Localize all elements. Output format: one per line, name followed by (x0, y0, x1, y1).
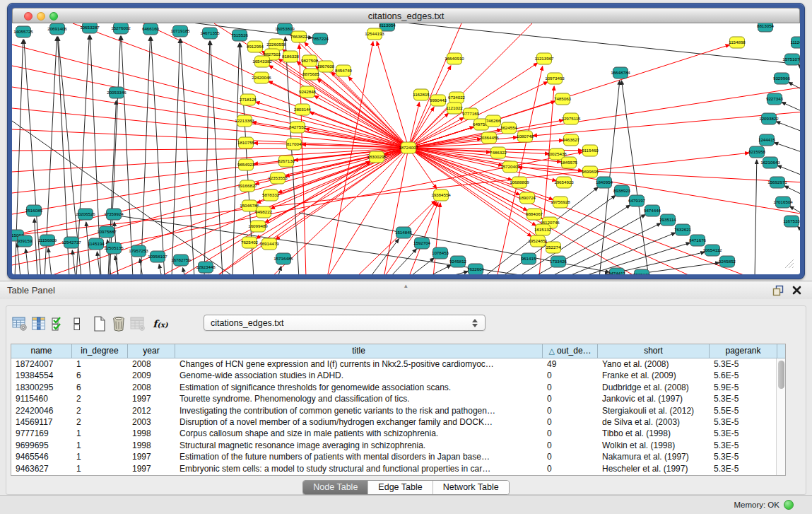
graph-node[interactable]: 8186328 (282, 51, 300, 62)
graph-edge[interactable] (798, 64, 800, 73)
graph-node[interactable]: 16640910 (445, 53, 464, 64)
graph-node[interactable]: 8875685 (302, 69, 320, 80)
graph-edge[interactable] (261, 51, 408, 148)
graph-node[interactable]: 11156809 (38, 235, 57, 246)
graph-node[interactable]: 9245852 (719, 256, 736, 267)
graph-node[interactable]: 19654923 (554, 177, 574, 188)
graph-node[interactable]: 2935107 (633, 269, 651, 274)
vertical-scrollbar[interactable] (776, 358, 785, 475)
graph-edge[interactable] (408, 66, 451, 148)
graph-node[interactable]: 7515526 (231, 30, 249, 41)
graph-node[interactable]: 961415 (522, 253, 536, 264)
graph-node[interactable]: 1840954 (596, 177, 613, 188)
graph-node[interactable]: 12923448 (196, 262, 216, 273)
graph-node[interactable]: 10973493 (545, 73, 565, 84)
graph-edge[interactable] (151, 37, 165, 274)
graph-node[interactable]: 3624554 (500, 122, 518, 134)
graph-node[interactable]: 1078453 (432, 247, 449, 259)
graph-node[interactable]: 17359924 (104, 209, 124, 220)
graph-node[interactable]: 1592704 (413, 238, 431, 249)
graph-edge[interactable] (444, 271, 468, 274)
graph-node[interactable]: 10975887 (97, 226, 117, 238)
import-table-button[interactable] (129, 315, 147, 333)
tab-network-table[interactable]: Network Table (433, 481, 509, 494)
graph-node[interactable]: 7632604 (467, 264, 485, 274)
graph-node[interactable]: 19756928 (551, 197, 570, 208)
graph-node[interactable]: 1167533 (783, 216, 800, 227)
graph-node[interactable]: 9474444 (644, 205, 661, 216)
graph-node[interactable]: 2718126 (240, 94, 257, 105)
graph-node[interactable]: 15692971 (767, 177, 787, 188)
graph-node[interactable]: 8912954 (247, 41, 264, 52)
graph-node[interactable]: 8215958 (748, 146, 766, 158)
graph-edge[interactable] (276, 148, 408, 240)
graph-node[interactable]: 16099489 (248, 221, 268, 232)
column-header-pagerank[interactable]: pagerank (710, 344, 777, 358)
graph-node[interactable]: 9463627 (563, 134, 580, 146)
graph-edge[interactable] (214, 23, 408, 148)
graph-edge[interactable] (110, 36, 121, 274)
graph-edge[interactable] (211, 41, 223, 274)
graph-edge[interactable] (12, 121, 235, 274)
graph-node[interactable]: 1514845 (395, 227, 413, 238)
table-row[interactable]: 946554611997Estimation of the future num… (11, 451, 776, 462)
table-settings-button[interactable] (11, 315, 29, 333)
graph-node[interactable]: 1244415 (758, 134, 776, 146)
graph-node[interactable]: 16648784 (611, 67, 630, 78)
graph-edge[interactable] (72, 250, 76, 274)
column-header-name[interactable]: name (11, 344, 72, 358)
graph-edge[interactable] (408, 103, 419, 148)
delete-table-button[interactable] (110, 315, 128, 333)
graph-node[interactable]: 10688809 (510, 177, 529, 188)
tab-edge-table[interactable]: Edge Table (368, 481, 433, 494)
column-header-year[interactable]: year (128, 344, 175, 358)
graph-node[interactable]: 9245812 (449, 256, 467, 267)
table-row[interactable]: 1938455462009Genome-wide association stu… (11, 370, 776, 381)
graph-node[interactable]: 16210643 (760, 157, 780, 168)
graph-node[interactable]: 2935114 (659, 214, 676, 226)
tab-node-table[interactable]: Node Table (303, 481, 368, 494)
graph-node[interactable]: 12505135 (104, 243, 124, 254)
graph-node[interactable]: 8454749 (335, 65, 353, 76)
graph-edge[interactable] (17, 243, 20, 274)
graph-edge[interactable] (408, 23, 461, 148)
graph-node[interactable]: 9242848 (299, 86, 317, 98)
graph-node[interactable]: 14671355 (200, 28, 220, 39)
graph-node[interactable]: 1849575 (560, 157, 578, 168)
graph-node[interactable]: 15751074 (782, 54, 800, 65)
graph-node[interactable]: 16543382 (252, 56, 272, 67)
graph-node[interactable]: 9329966 (773, 73, 791, 84)
graph-node[interactable]: 20053346 (107, 87, 126, 98)
graph-edge[interactable] (73, 23, 408, 148)
table-row[interactable]: 969969511998Structural magnetic resonanc… (11, 440, 776, 451)
graph-node[interactable]: 9498222 (255, 206, 273, 218)
column-header-in-degree[interactable]: in_degree (72, 344, 128, 358)
graph-edge[interactable] (774, 143, 800, 154)
graph-node[interactable]: 1121022 (446, 103, 463, 114)
graph-node[interactable]: 10719185 (170, 25, 190, 37)
graph-edge[interactable] (183, 268, 185, 274)
graph-node[interactable]: 10654112 (702, 245, 722, 256)
graph-node[interactable]: 1112405 (790, 37, 800, 48)
network-canvas[interactable]: 1405572520691406106532871527600264661601… (12, 23, 800, 274)
graph-node[interactable]: 19166827 (237, 180, 257, 192)
graph-node[interactable]: 1145194 (88, 238, 105, 250)
graph-edge[interactable] (784, 186, 800, 197)
graph-edge[interactable] (12, 148, 408, 151)
table-row[interactable]: 946362711997Embryonic stem cells: a mode… (11, 463, 776, 474)
graph-edge[interactable] (789, 82, 800, 93)
graph-node[interactable]: 12975115 (561, 113, 581, 124)
graph-node[interactable]: 8938923 (613, 185, 631, 197)
graph-node[interactable]: 9654923 (237, 159, 255, 170)
graph-node[interactable]: 1080748 (517, 131, 534, 142)
graph-node[interactable]: 6466160 (142, 23, 160, 35)
graph-node[interactable]: 9699695 (582, 166, 599, 177)
graph-node[interactable]: 8427552 (289, 122, 307, 133)
graph-node[interactable]: 252274 (546, 242, 561, 253)
table-row[interactable]: 977716911998Corpus callosum shape and si… (11, 428, 776, 439)
table-row[interactable]: 911546021997Tourette syndrome. Phenomeno… (11, 393, 776, 404)
graph-edge[interactable] (172, 39, 180, 274)
graph-node[interactable]: 6734022 (448, 92, 466, 103)
graph-node[interactable]: 12353553 (268, 173, 288, 184)
graph-node[interactable]: 9990443 (430, 95, 447, 106)
